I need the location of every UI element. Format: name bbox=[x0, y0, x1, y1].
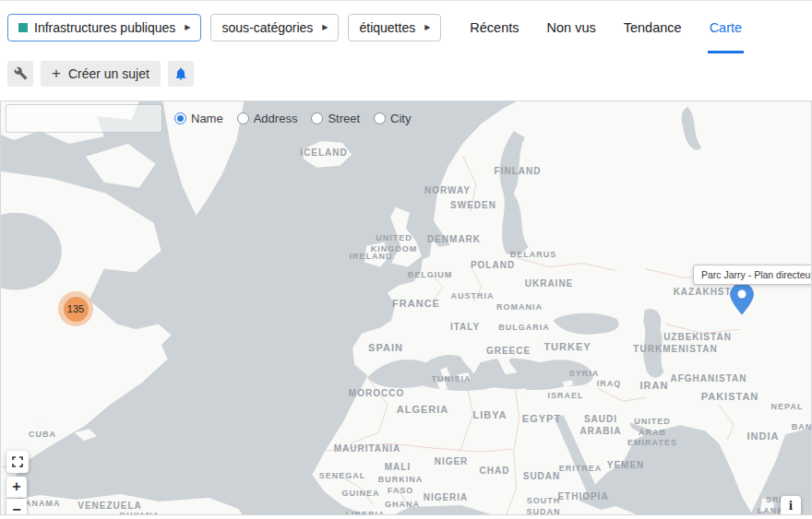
map-pin[interactable] bbox=[730, 283, 754, 314]
chevron-right-icon: ▶ bbox=[424, 24, 430, 31]
search-mode-radio-city[interactable]: City bbox=[374, 112, 411, 125]
search-mode-radio-address[interactable]: Address bbox=[237, 112, 298, 125]
radio-icon bbox=[237, 112, 249, 124]
zoom-out-button[interactable]: − bbox=[6, 499, 27, 515]
tab-recents[interactable]: Récents bbox=[468, 1, 520, 53]
filter-button-infrastructures-publiques[interactable]: Infrastructures publiques▶ bbox=[7, 14, 201, 41]
search-mode-radio-street[interactable]: Street bbox=[311, 112, 360, 125]
toolbar: + Créer un sujet bbox=[0, 53, 812, 93]
radio-icon bbox=[374, 112, 386, 124]
world-map-graphic bbox=[1, 101, 811, 514]
tab-tendance[interactable]: Tendance bbox=[622, 1, 684, 53]
attribution-info-button[interactable]: i bbox=[781, 496, 801, 515]
category-color-swatch bbox=[18, 23, 28, 32]
radio-icon bbox=[311, 112, 323, 124]
radio-label: Street bbox=[328, 112, 360, 125]
chevron-right-icon: ▶ bbox=[322, 24, 328, 31]
notifications-button[interactable] bbox=[168, 61, 194, 87]
chevron-right-icon: ▶ bbox=[185, 24, 190, 31]
create-topic-label: Créer un sujet bbox=[68, 66, 149, 81]
pin-icon bbox=[730, 283, 754, 314]
pin-tooltip: Parc Jarry - Plan directeur bbox=[693, 265, 812, 285]
map-search-input[interactable] bbox=[6, 104, 162, 133]
tab-non-vus[interactable]: Non vus bbox=[545, 1, 598, 53]
plus-icon: + bbox=[52, 65, 61, 81]
fullscreen-icon bbox=[12, 456, 23, 467]
filter-button-sous-categories[interactable]: sous-catégories▶ bbox=[210, 14, 339, 41]
zoom-in-button[interactable]: + bbox=[6, 477, 27, 498]
app-page: Infrastructures publiques▶sous-catégorie… bbox=[0, 0, 812, 519]
create-topic-button[interactable]: + Créer un sujet bbox=[41, 61, 161, 87]
radio-label: City bbox=[390, 112, 411, 125]
search-mode-radio-name[interactable]: Name bbox=[174, 112, 223, 125]
wrench-icon bbox=[14, 66, 28, 80]
bell-icon bbox=[173, 66, 188, 81]
cluster-count: 135 bbox=[67, 303, 84, 314]
settings-wrench-button[interactable] bbox=[7, 61, 33, 87]
map-canvas[interactable]: ICELANDNORWAYSWEDENFINLANDDENMARKUNITED … bbox=[0, 100, 812, 515]
filter-label: étiquettes bbox=[359, 20, 415, 35]
filter-group: Infrastructures publiques▶sous-catégorie… bbox=[7, 14, 450, 41]
filter-label: Infrastructures publiques bbox=[34, 20, 175, 35]
search-mode-group: NameAddressStreetCity bbox=[174, 112, 411, 125]
filter-label: sous-catégories bbox=[221, 20, 313, 35]
radio-label: Address bbox=[254, 112, 298, 125]
marker-cluster[interactable]: 135 bbox=[58, 291, 93, 326]
filter-tab-bar: Infrastructures publiques▶sous-catégorie… bbox=[0, 1, 812, 53]
radio-icon bbox=[174, 112, 186, 124]
radio-label: Name bbox=[191, 112, 223, 125]
filter-button-etiquettes[interactable]: étiquettes▶ bbox=[348, 14, 441, 41]
tab-carte[interactable]: Carte bbox=[708, 1, 744, 53]
fullscreen-button[interactable] bbox=[6, 451, 29, 473]
tab-bar: RécentsNon vusTendanceCarte bbox=[456, 1, 756, 53]
